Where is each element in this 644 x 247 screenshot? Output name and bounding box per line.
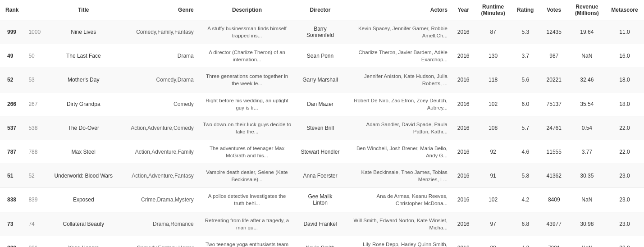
- table-cell: 50: [24, 44, 47, 68]
- table-cell: Dan Mazer: [296, 92, 344, 116]
- table-cell: 839: [24, 188, 47, 212]
- table-cell: Adam Sandler, David Spade, Paula Patton,…: [345, 116, 452, 140]
- table-cell: 73: [0, 212, 24, 236]
- table-cell: 12435: [539, 20, 569, 44]
- table-cell: Kevin Smith: [296, 236, 344, 247]
- table-cell: Ben Winchell, Josh Brener, Maria Bello, …: [345, 140, 452, 164]
- table-cell: The Last Face: [47, 44, 120, 68]
- table-cell: 266: [0, 92, 24, 116]
- table-cell: Exposed: [47, 188, 120, 212]
- table-cell: Barry Sonnenfeld: [296, 20, 344, 44]
- table-cell: 18.0: [605, 92, 644, 116]
- table-cell: Lily-Rose Depp, Harley Quinn Smith, John…: [345, 236, 452, 247]
- table-cell: 53: [24, 68, 47, 92]
- table-row: 5253Mother's DayComedy,DramaThree genera…: [0, 68, 644, 92]
- table-cell: Three generations come together in the w…: [198, 68, 296, 92]
- table-cell: 537: [0, 116, 24, 140]
- table-cell: Kate Beckinsale, Theo James, Tobias Menz…: [345, 164, 452, 188]
- table-cell: Mother's Day: [47, 68, 120, 92]
- table-cell: 788: [24, 140, 47, 164]
- col-header-description: Description: [198, 0, 296, 20]
- table-cell: NaN: [569, 236, 605, 247]
- table-cell: 4.3: [512, 236, 539, 247]
- table-cell: 19.64: [569, 20, 605, 44]
- col-header-year: Year: [452, 0, 475, 20]
- table-row: 9991000Nine LivesComedy,Family,FantasyA …: [0, 20, 644, 44]
- table-cell: David Frankel: [296, 212, 344, 236]
- table-cell: 11555: [539, 140, 569, 164]
- table-cell: 49: [0, 44, 24, 68]
- table-cell: Drama,Romance: [120, 212, 198, 236]
- table-cell: 838: [0, 188, 24, 212]
- table-cell: Action,Adventure,Comedy: [120, 116, 198, 140]
- table-cell: Right before his wedding, an uptight guy…: [198, 92, 296, 116]
- table-cell: Two down-on-their-luck guys decide to fa…: [198, 116, 296, 140]
- table-cell: Will Smith, Edward Norton, Kate Winslet,…: [345, 212, 452, 236]
- table-cell: Kevin Spacey, Jennifer Garner, Robbie Am…: [345, 20, 452, 44]
- table-cell: 987: [539, 44, 569, 68]
- table-cell: Comedy: [120, 92, 198, 116]
- table-cell: 8409: [539, 188, 569, 212]
- col-header-actors: Actors: [345, 0, 452, 20]
- table-cell: 23.0: [605, 188, 644, 212]
- table-cell: 2016: [452, 116, 475, 140]
- col-header-genre: Genre: [120, 0, 198, 20]
- table-cell: 87: [475, 20, 511, 44]
- table-cell: Nine Lives: [47, 20, 120, 44]
- table-cell: 2016: [452, 236, 475, 247]
- table-cell: NaN: [569, 44, 605, 68]
- table-row: 266267Dirty GrandpaComedyRight before hi…: [0, 92, 644, 116]
- table-cell: Underworld: Blood Wars: [47, 164, 120, 188]
- table-cell: Collateral Beauty: [47, 212, 120, 236]
- table-cell: Comedy,Family,Fantasy: [120, 20, 198, 44]
- table-row: 537538The Do-OverAction,Adventure,Comedy…: [0, 116, 644, 140]
- table-cell: Jennifer Aniston, Kate Hudson, Julia Rob…: [345, 68, 452, 92]
- table-cell: Charlize Theron, Javier Bardem, Adèle Ex…: [345, 44, 452, 68]
- table-cell: 2016: [452, 164, 475, 188]
- table-cell: 52: [0, 68, 24, 92]
- table-cell: A stuffy businessman finds himself trapp…: [198, 20, 296, 44]
- table-cell: 18.0: [605, 68, 644, 92]
- table-cell: 22.0: [605, 140, 644, 164]
- table-cell: 52: [24, 164, 47, 188]
- table-cell: 108: [475, 116, 511, 140]
- table-row: 787788Max SteelAction,Adventure,FamilyTh…: [0, 140, 644, 164]
- table-cell: 4.6: [512, 140, 539, 164]
- table-cell: 30.35: [569, 164, 605, 188]
- table-cell: 5.3: [512, 20, 539, 44]
- table-cell: Vampire death dealer, Selene (Kate Becki…: [198, 164, 296, 188]
- col-header-runtime: Runtime(Minutes): [475, 0, 511, 20]
- table-cell: 23.0: [605, 212, 644, 236]
- table-cell: 23.0: [605, 236, 644, 247]
- table-cell: 88: [475, 236, 511, 247]
- table-cell: 2016: [452, 212, 475, 236]
- table-cell: 5.6: [512, 68, 539, 92]
- table-cell: 23.0: [605, 164, 644, 188]
- table-cell: Comedy,Drama: [120, 68, 198, 92]
- table-cell: Action,Adventure,Fantasy: [120, 164, 198, 188]
- table-cell: 538: [24, 116, 47, 140]
- table-cell: 75137: [539, 92, 569, 116]
- table-cell: Stewart Hendler: [296, 140, 344, 164]
- table-cell: 97: [475, 212, 511, 236]
- table-cell: 2016: [452, 68, 475, 92]
- col-header-director: Director: [296, 0, 344, 20]
- table-cell: Max Steel: [47, 140, 120, 164]
- table-cell: Anna Foerster: [296, 164, 344, 188]
- table-cell: Drama: [120, 44, 198, 68]
- col-header-rank2: [24, 0, 47, 20]
- table-cell: 5.8: [512, 164, 539, 188]
- table-cell: 2016: [452, 92, 475, 116]
- table-cell: 41362: [539, 164, 569, 188]
- table-cell: Comedy,Fantasy,Horror: [120, 236, 198, 247]
- table-cell: 7091: [539, 236, 569, 247]
- table-cell: Action,Adventure,Family: [120, 140, 198, 164]
- table-cell: Steven Brill: [296, 116, 344, 140]
- movies-table: Rank Title Genre Description Director Ac…: [0, 0, 644, 247]
- table-cell: 20221: [539, 68, 569, 92]
- table-cell: Crime,Drama,Mystery: [120, 188, 198, 212]
- table-cell: 35.54: [569, 92, 605, 116]
- table-cell: 74: [24, 212, 47, 236]
- table-row: 800801Yoga HosersComedy,Fantasy,HorrorTw…: [0, 236, 644, 247]
- table-cell: Ana de Armas, Keanu Reeves, Christopher …: [345, 188, 452, 212]
